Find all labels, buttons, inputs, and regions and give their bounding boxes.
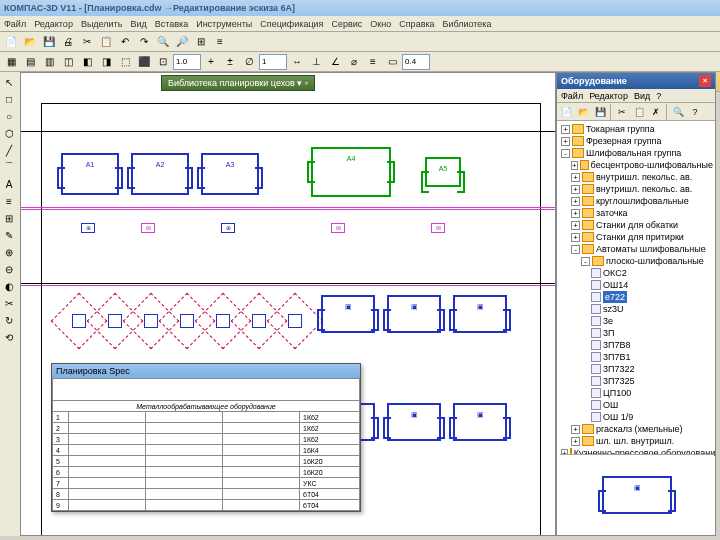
tree-leaf[interactable]: ЦП100	[559, 387, 713, 399]
expand-icon[interactable]: +	[571, 197, 580, 206]
expand-icon[interactable]: +	[571, 209, 580, 218]
panel-new-icon[interactable]: 📄	[558, 104, 574, 120]
table-row[interactable]: 21К62	[53, 423, 360, 434]
socket-symbol[interactable]: ⊕	[221, 223, 235, 233]
zoom-input[interactable]	[173, 54, 201, 70]
machine-symbol[interactable]: A4	[311, 147, 391, 197]
panel-open-icon[interactable]: 📂	[575, 104, 591, 120]
tool-button[interactable]: ⬡	[1, 125, 17, 141]
tree-leaf[interactable]: 3П7325	[559, 375, 713, 387]
toolbar-button[interactable]: 🖨	[59, 33, 77, 51]
tool-button[interactable]: A	[1, 176, 17, 192]
tool-button[interactable]: ◐	[1, 278, 17, 294]
expand-icon[interactable]: +	[571, 425, 580, 434]
tree-leaf[interactable]: 3П7В1	[559, 351, 713, 363]
panel-save-icon[interactable]: 💾	[592, 104, 608, 120]
tool-button[interactable]: ○	[1, 108, 17, 124]
panel-menu-view[interactable]: Вид	[634, 91, 650, 101]
socket-symbol[interactable]: ⊠	[141, 223, 155, 233]
toolbar-button[interactable]: ≡	[211, 33, 229, 51]
panel-find-icon[interactable]: 🔍	[670, 104, 686, 120]
expand-icon[interactable]: +	[571, 173, 580, 182]
tree-leaf[interactable]: 3e	[559, 315, 713, 327]
panel-menu-edit[interactable]: Редактор	[589, 91, 628, 101]
machine-symbol[interactable]: ▣	[321, 295, 375, 333]
toolbar-button[interactable]: ✂	[78, 33, 96, 51]
toolbar-button[interactable]: 🔍	[154, 33, 172, 51]
tool-button[interactable]: ↻	[1, 312, 17, 328]
toolbar-button[interactable]: ≡	[364, 53, 382, 71]
tree-folder[interactable]: +Станки для притирки	[559, 231, 713, 243]
tree-folder[interactable]: +Токарная группа	[559, 123, 713, 135]
toolbar-button[interactable]: 💾	[40, 33, 58, 51]
tree-folder[interactable]: +внутришл. пекольс. ав.	[559, 171, 713, 183]
machine-symbol[interactable]: ▣	[387, 403, 441, 441]
toolbar-button[interactable]: ▥	[40, 53, 58, 71]
toolbar-button[interactable]: 📂	[21, 33, 39, 51]
tool-button[interactable]: ⊕	[1, 244, 17, 260]
snap-input[interactable]	[259, 54, 287, 70]
tree-folder[interactable]: +заточка	[559, 207, 713, 219]
tree-leaf[interactable]: ОШ	[559, 399, 713, 411]
toolbar-button[interactable]: 📋	[97, 33, 115, 51]
panel-copy-icon[interactable]: 📋	[631, 104, 647, 120]
expand-icon[interactable]: +	[571, 437, 580, 446]
scale-input[interactable]	[402, 54, 430, 70]
menu-edit[interactable]: Редактор	[34, 19, 73, 29]
socket-symbol[interactable]: ⊕	[81, 223, 95, 233]
tree-folder[interactable]: -Шлифовальная группа	[559, 147, 713, 159]
table-row[interactable]: 31К62	[53, 434, 360, 445]
tree-leaf[interactable]: 3П7322	[559, 363, 713, 375]
panel-titlebar[interactable]: Оборудование ×	[557, 73, 715, 89]
menu-window[interactable]: Окно	[370, 19, 391, 29]
toolbar-button[interactable]: ↶	[116, 33, 134, 51]
machine-symbol[interactable]: ▣	[453, 295, 507, 333]
tree-folder[interactable]: +Станки для обкатки	[559, 219, 713, 231]
toolbar-button[interactable]: 🔎	[173, 33, 191, 51]
expand-icon[interactable]: +	[561, 137, 570, 146]
toolbar-button[interactable]: ⌀	[345, 53, 363, 71]
library-dropdown[interactable]: Библиотека планировки цехов ▾ ▫	[161, 75, 315, 91]
machine-symbol[interactable]: A1	[61, 153, 119, 195]
table-row[interactable]: 516К20	[53, 456, 360, 467]
tree-leaf[interactable]: ОКС2	[559, 267, 713, 279]
tree-leaf[interactable]: sz3U	[559, 303, 713, 315]
menu-file[interactable]: Файл	[4, 19, 26, 29]
toolbar-button[interactable]: 📄	[2, 33, 20, 51]
menu-select[interactable]: Выделить	[81, 19, 123, 29]
tree-folder[interactable]: +ргаскалз (хмельные)	[559, 423, 713, 435]
tree-leaf[interactable]: 3П7В8	[559, 339, 713, 351]
toolbar-button[interactable]: ⊥	[307, 53, 325, 71]
machine-symbol[interactable]: A3	[201, 153, 259, 195]
tree-folder[interactable]: -плоско-шлифовальные	[559, 255, 713, 267]
toolbar-button[interactable]: ±	[221, 53, 239, 71]
tree-leaf[interactable]: ОШ 1/9	[559, 411, 713, 423]
expand-icon[interactable]: -	[571, 245, 580, 254]
toolbar-button[interactable]: ▭	[383, 53, 401, 71]
expand-icon[interactable]: +	[571, 221, 580, 230]
tool-button[interactable]: ⟲	[1, 329, 17, 345]
panel-menu-file[interactable]: Файл	[561, 91, 583, 101]
tree-leaf[interactable]: 3П	[559, 327, 713, 339]
toolbar-button[interactable]: ∠	[326, 53, 344, 71]
tool-button[interactable]: ⊖	[1, 261, 17, 277]
table-row[interactable]: 11К62	[53, 412, 360, 423]
panel-menu-help[interactable]: ?	[656, 91, 661, 101]
panel-cut-icon[interactable]: ✂	[614, 104, 630, 120]
table-row[interactable]: 96Т04	[53, 500, 360, 511]
expand-icon[interactable]: -	[561, 149, 570, 158]
panel-delete-icon[interactable]: ✗	[648, 104, 664, 120]
spec-title[interactable]: Планировка Spec	[52, 364, 360, 378]
table-row[interactable]: 416К4	[53, 445, 360, 456]
expand-icon[interactable]: +	[571, 161, 578, 170]
table-row[interactable]: 86Т04	[53, 489, 360, 500]
socket-symbol[interactable]: ⊠	[431, 223, 445, 233]
toolbar-button[interactable]: +	[202, 53, 220, 71]
menu-view[interactable]: Вид	[130, 19, 146, 29]
toolbar-button[interactable]: ↷	[135, 33, 153, 51]
tool-button[interactable]: ↖	[1, 74, 17, 90]
expand-icon[interactable]: +	[561, 125, 570, 134]
menu-spec[interactable]: Спецификация	[260, 19, 323, 29]
tool-button[interactable]: ⊞	[1, 210, 17, 226]
toolbar-button[interactable]: ◫	[59, 53, 77, 71]
